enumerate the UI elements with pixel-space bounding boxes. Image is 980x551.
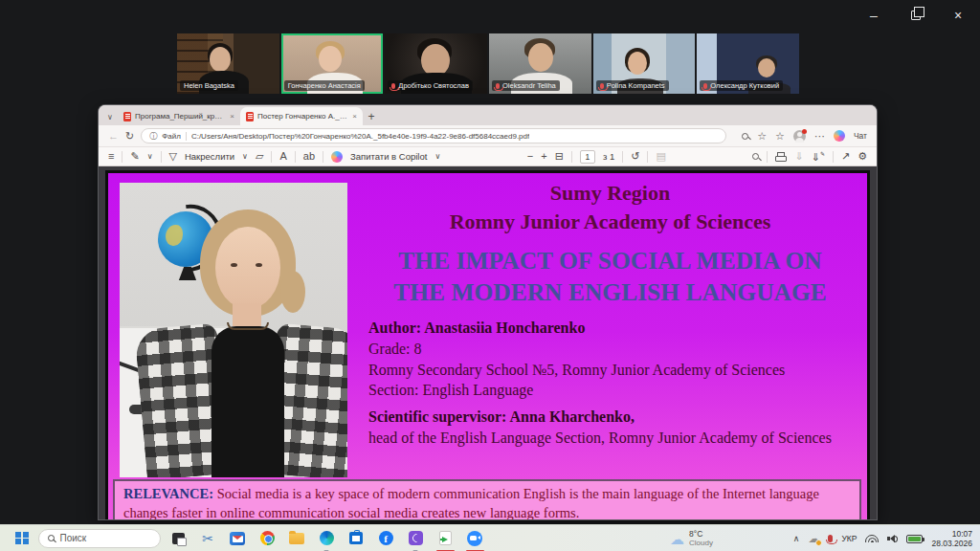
tab-title: Програма_Перший_крок у_наук: [135, 112, 226, 121]
draw-pen-icon[interactable]: ▽: [169, 151, 177, 162]
relevance-box: RELEVANCE: Social media is a key space o…: [113, 479, 861, 519]
viber-button[interactable]: [404, 526, 428, 550]
minimize-button[interactable]: –: [859, 4, 888, 27]
shared-file-button[interactable]: [434, 526, 457, 550]
edge-browser-window: ∨ Програма_Перший_крок у_наук × Постер Г…: [99, 105, 877, 519]
poster-title: THE IMPACT OF SOCIAL MEDIA ON THE MODERN…: [359, 245, 861, 308]
participant-tile[interactable]: Дробітько Святослав: [385, 33, 487, 94]
refresh-icon[interactable]: ↻: [125, 131, 134, 142]
favorite-star-icon[interactable]: ☆: [757, 131, 767, 142]
time-label: 10:07: [952, 529, 972, 539]
weather-description: Cloudy: [689, 539, 713, 547]
microphone-in-use-icon[interactable]: [828, 535, 833, 542]
weather-widget[interactable]: ☁ 8°C Cloudy: [670, 525, 713, 551]
participant-tile[interactable]: Helen Bagatska: [177, 33, 279, 94]
language-indicator[interactable]: УКР: [841, 534, 857, 543]
new-tab-button[interactable]: +: [363, 107, 380, 125]
start-button[interactable]: [15, 532, 29, 545]
shared-file-icon: [439, 531, 452, 545]
tab-strip: ∨ Програма_Перший_крок у_наук × Постер Г…: [99, 105, 877, 125]
tab-search-dropdown[interactable]: ∨: [102, 108, 118, 125]
copilot-dropdown-icon[interactable]: ∨: [434, 153, 440, 161]
draw-label[interactable]: Накреслити: [185, 151, 234, 162]
settings-gear-icon[interactable]: ⚙: [858, 151, 867, 162]
search-placeholder: Поиск: [60, 533, 87, 543]
tab-close-icon[interactable]: ×: [352, 112, 357, 121]
eraser-icon[interactable]: ▱: [256, 151, 263, 162]
page-number-input[interactable]: 1: [580, 150, 595, 164]
highlighter-icon[interactable]: ✎: [130, 151, 139, 162]
ask-copilot-label[interactable]: Запитати в Copilot: [350, 151, 427, 162]
collections-icon[interactable]: ☆: [775, 131, 785, 142]
address-bar: ← ↻ ⓘ Файл C:/Users/Аня/Desktop/Постер%2…: [99, 125, 877, 146]
url-scheme-label: Файл: [162, 132, 181, 141]
chrome-icon: [260, 531, 275, 545]
tab-close-icon[interactable]: ×: [230, 112, 234, 121]
tab-title: Постер Гончаренко А._5fb4e40e: [257, 112, 348, 121]
date-label: 28.03.2026: [931, 539, 972, 548]
folder-icon: [289, 533, 304, 544]
snipping-tool-button[interactable]: ✂: [196, 526, 220, 550]
pdf-viewer-canvas[interactable]: Sumy Region Romny Junior Academy of Scie…: [99, 166, 877, 519]
participant-tile[interactable]: Polina Kompanets: [593, 33, 696, 94]
page-count-label: з 1: [603, 151, 614, 162]
mail-app-button[interactable]: [226, 526, 250, 550]
search-icon[interactable]: [742, 133, 748, 140]
pdf-search-icon[interactable]: [752, 153, 759, 160]
pdf-file-icon: [246, 112, 254, 121]
copilot-chat-label[interactable]: Чат: [854, 131, 867, 141]
zoom-meeting-screen: – × Helen Bagatska Гончаренко Анастасія …: [0, 0, 980, 551]
microsoft-store-button[interactable]: [345, 526, 368, 550]
close-button[interactable]: ×: [944, 4, 972, 27]
more-menu-icon[interactable]: ⋯: [814, 131, 825, 142]
participant-tile[interactable]: Oleksandr Teliha: [489, 33, 591, 94]
author-photo: [120, 183, 347, 477]
zoom-in-icon[interactable]: +: [541, 151, 546, 162]
muted-mic-icon: [600, 83, 604, 89]
facebook-button[interactable]: f: [374, 526, 398, 550]
participant-name-label: Polina Kompanets: [596, 80, 669, 91]
clock[interactable]: 10:07 28.03.2026: [931, 529, 972, 548]
back-icon[interactable]: ←: [108, 131, 119, 142]
add-text-icon[interactable]: A: [279, 151, 286, 162]
url-field[interactable]: ⓘ Файл C:/Users/Аня/Desktop/Постер%20Гон…: [141, 128, 726, 143]
chrome-button[interactable]: [256, 526, 279, 550]
speaker-icon[interactable]: [887, 535, 898, 543]
draw-dropdown-icon[interactable]: ∨: [242, 153, 248, 161]
wifi-icon[interactable]: [865, 535, 879, 542]
zoom-out-icon[interactable]: −: [527, 151, 533, 162]
read-aloud-icon[interactable]: ab: [303, 151, 315, 162]
pdf-toolbar: ≡ ✎ ∨ ▽ Накреслити ∨ ▱ A ab Запитати в C…: [99, 146, 877, 166]
print-icon[interactable]: [775, 152, 787, 162]
windows-taskbar: Поиск ✂ f ☁ 8°C Cloudy ∧ ☁ УКР: [0, 524, 980, 551]
edge-button[interactable]: [315, 526, 339, 550]
address-bar-actions: ☆ ☆ ⋯ Чат: [742, 130, 867, 143]
task-view-button[interactable]: [167, 526, 190, 550]
browser-tab-inactive[interactable]: Програма_Перший_крок у_наук ×: [118, 107, 240, 125]
browser-tab-active[interactable]: Постер Гончаренко А._5fb4e40e ×: [240, 107, 363, 125]
taskbar-search-box[interactable]: Поиск: [38, 529, 161, 548]
table-of-contents-icon[interactable]: ≡: [108, 151, 114, 162]
page-view-icon[interactable]: ▤: [656, 151, 665, 162]
save-as-icon[interactable]: ⇓✎: [812, 151, 825, 163]
onedrive-icon[interactable]: ☁: [808, 533, 819, 544]
fullscreen-icon[interactable]: ↗: [841, 151, 850, 162]
fit-to-page-icon[interactable]: ⊟: [555, 151, 564, 162]
page-info-icon[interactable]: ⓘ: [149, 131, 157, 142]
profile-avatar[interactable]: [793, 130, 806, 143]
restore-button[interactable]: [902, 4, 930, 27]
highlighter-dropdown-icon[interactable]: ∨: [147, 153, 153, 161]
tray-chevron-icon[interactable]: ∧: [793, 535, 800, 543]
weather-temperature: 8°C: [689, 530, 713, 540]
participant-tile[interactable]: Олександр Кутковий: [697, 33, 799, 94]
onedrive-alert-badge: [815, 540, 822, 546]
zoom-app-button[interactable]: [463, 526, 487, 550]
file-explorer-button[interactable]: [285, 526, 309, 550]
battery-icon[interactable]: [906, 535, 923, 543]
search-icon: [48, 535, 55, 541]
participant-tile-active-speaker[interactable]: Гончаренко Анастасія: [281, 33, 384, 94]
copilot-icon[interactable]: [331, 151, 343, 163]
save-icon[interactable]: ⇓: [794, 151, 803, 162]
copilot-icon[interactable]: [834, 130, 845, 142]
rotate-icon[interactable]: ↺: [631, 151, 639, 162]
